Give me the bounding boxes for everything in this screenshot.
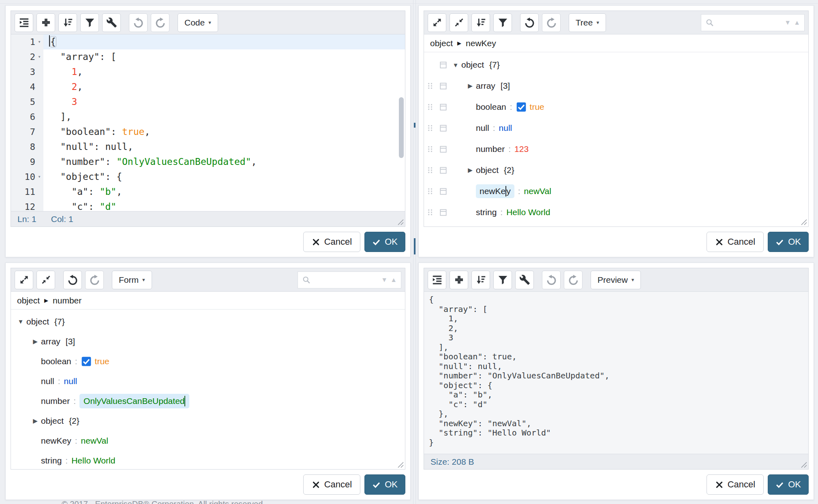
cancel-button[interactable]: Cancel bbox=[707, 232, 764, 252]
field-label[interactable]: boolean bbox=[41, 357, 71, 366]
field-label[interactable]: number bbox=[476, 144, 505, 154]
expander-icon[interactable]: ▶ bbox=[30, 417, 41, 425]
field-label[interactable]: string bbox=[476, 207, 497, 217]
fold-arrow-icon[interactable]: ▾ bbox=[35, 169, 43, 184]
format-button[interactable] bbox=[428, 271, 446, 289]
repair-button[interactable] bbox=[515, 271, 534, 289]
value[interactable]: null bbox=[64, 376, 77, 386]
filter-button[interactable] bbox=[493, 13, 512, 32]
expand-all-button[interactable] bbox=[15, 271, 33, 289]
code-area[interactable]: 1▾2▾345678910▾1112 { "array": [ 1, 2, 3 … bbox=[11, 34, 405, 211]
value[interactable]: true bbox=[530, 102, 544, 112]
mode-dropdown[interactable]: Code▾ bbox=[178, 13, 218, 32]
value-editing[interactable]: OnlyValuesCanBeUpdated bbox=[79, 394, 189, 408]
value[interactable]: newVal bbox=[524, 186, 551, 196]
fold-arrow-icon[interactable]: ▾ bbox=[35, 34, 43, 49]
breadcrumb-item[interactable]: object bbox=[17, 296, 40, 305]
field-label[interactable]: newKey bbox=[41, 436, 71, 446]
filter-button[interactable] bbox=[80, 13, 99, 32]
resize-handle-icon[interactable] bbox=[398, 462, 404, 468]
breadcrumb-item[interactable]: object bbox=[430, 38, 453, 48]
ok-button[interactable]: OK bbox=[364, 474, 405, 495]
redo-button[interactable] bbox=[151, 13, 169, 32]
search-next-icon[interactable]: ▼ bbox=[784, 19, 791, 26]
sort-button[interactable] bbox=[471, 271, 490, 289]
field-label[interactable]: boolean bbox=[476, 102, 506, 112]
undo-button[interactable] bbox=[520, 13, 539, 32]
value[interactable]: true bbox=[95, 357, 109, 366]
value[interactable]: newVal bbox=[81, 436, 108, 446]
undo-button[interactable] bbox=[129, 13, 148, 32]
breadcrumb-item[interactable]: number bbox=[53, 296, 81, 305]
filter-button[interactable] bbox=[493, 271, 512, 289]
search-input[interactable] bbox=[717, 18, 781, 27]
cancel-button[interactable]: Cancel bbox=[707, 474, 764, 495]
search-previous-icon[interactable]: ▲ bbox=[390, 276, 397, 284]
value[interactable]: 123 bbox=[514, 144, 529, 154]
row-menu-icon[interactable] bbox=[436, 103, 450, 112]
expander-icon[interactable]: ▶ bbox=[465, 167, 476, 174]
mode-dropdown[interactable]: Preview▾ bbox=[591, 271, 641, 289]
sort-button[interactable] bbox=[471, 13, 490, 32]
sort-button[interactable] bbox=[58, 13, 77, 32]
row-menu-icon[interactable] bbox=[436, 145, 450, 154]
breadcrumb-item[interactable]: newKey bbox=[466, 38, 496, 48]
cancel-button[interactable]: Cancel bbox=[303, 232, 360, 252]
row-menu-icon[interactable] bbox=[436, 208, 450, 217]
repair-button[interactable] bbox=[102, 13, 121, 32]
search-next-icon[interactable]: ▼ bbox=[381, 276, 388, 284]
boolean-checkbox[interactable] bbox=[81, 356, 92, 367]
field-label[interactable]: array bbox=[41, 337, 60, 346]
code-lines[interactable]: { "array": [ 1, 2, 3 ], "boolean": true,… bbox=[43, 34, 405, 211]
row-menu-icon[interactable] bbox=[436, 60, 450, 70]
mode-dropdown[interactable]: Tree▾ bbox=[569, 13, 606, 32]
drag-handle-icon[interactable] bbox=[424, 187, 436, 196]
expander-icon[interactable]: ▶ bbox=[30, 338, 41, 345]
expander-icon[interactable]: ▶ bbox=[465, 82, 476, 90]
collapse-all-button[interactable] bbox=[450, 13, 468, 32]
row-menu-icon[interactable] bbox=[436, 124, 450, 133]
cancel-button[interactable]: Cancel bbox=[303, 474, 360, 495]
redo-button[interactable] bbox=[564, 271, 582, 289]
field-label[interactable]: null bbox=[41, 376, 54, 386]
field-label[interactable]: object bbox=[41, 416, 64, 426]
field-label[interactable]: object bbox=[461, 60, 484, 70]
undo-button[interactable] bbox=[542, 271, 561, 289]
field-editing[interactable]: newKey bbox=[476, 184, 514, 198]
value[interactable]: Hello World bbox=[506, 207, 550, 217]
mode-dropdown[interactable]: Form▾ bbox=[112, 271, 152, 289]
resize-handle-icon[interactable] bbox=[801, 462, 807, 468]
row-menu-icon[interactable] bbox=[436, 166, 450, 175]
ok-button[interactable]: OK bbox=[768, 474, 809, 495]
value[interactable]: null bbox=[499, 123, 512, 133]
boolean-checkbox[interactable] bbox=[516, 102, 527, 112]
field-label[interactable]: array bbox=[476, 81, 495, 91]
field-label[interactable]: object bbox=[476, 165, 499, 175]
drag-handle-icon[interactable] bbox=[424, 208, 436, 217]
redo-button[interactable] bbox=[542, 13, 561, 32]
field-label[interactable]: object bbox=[26, 317, 49, 327]
field-label[interactable]: number bbox=[41, 396, 70, 406]
compact-button[interactable] bbox=[36, 13, 55, 32]
fold-arrow-icon[interactable]: ▾ bbox=[35, 49, 43, 64]
field-label[interactable]: null bbox=[476, 123, 489, 133]
undo-button[interactable] bbox=[63, 271, 82, 289]
drag-handle-icon[interactable] bbox=[424, 81, 436, 90]
resize-handle-icon[interactable] bbox=[398, 219, 404, 225]
drag-handle-icon[interactable] bbox=[424, 166, 436, 175]
row-menu-icon[interactable] bbox=[436, 187, 450, 196]
expander-icon[interactable]: ▼ bbox=[15, 318, 26, 325]
ok-button[interactable]: OK bbox=[768, 232, 809, 252]
redo-button[interactable] bbox=[85, 271, 104, 289]
resize-handle-icon[interactable] bbox=[801, 219, 807, 225]
expander-icon[interactable]: ▼ bbox=[450, 62, 461, 68]
value[interactable]: Hello World bbox=[71, 456, 115, 466]
search-previous-icon[interactable]: ▲ bbox=[794, 19, 800, 26]
compact-button[interactable] bbox=[450, 271, 468, 289]
field-label[interactable]: string bbox=[41, 456, 62, 466]
drag-handle-icon[interactable] bbox=[424, 124, 436, 132]
collapse-all-button[interactable] bbox=[36, 271, 55, 289]
scrollbar-thumb[interactable] bbox=[399, 97, 404, 158]
search-input[interactable] bbox=[314, 275, 378, 284]
row-menu-icon[interactable] bbox=[436, 81, 450, 91]
